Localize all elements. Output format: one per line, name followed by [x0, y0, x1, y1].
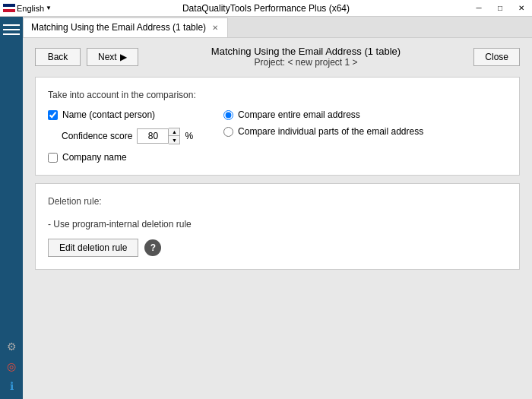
company-label: Company name	[62, 152, 127, 163]
confidence-spinner: ▲ ▼	[137, 128, 180, 144]
company-checkbox-row: Company name	[48, 152, 193, 163]
app-title: DataQualityTools Performance Plus (x64)	[182, 3, 350, 14]
hamburger-line-2	[3, 29, 20, 30]
comparison-options: Name (contact person) Confidence score ▲…	[48, 109, 507, 163]
comparison-panel: Take into account in the comparison: Nam…	[35, 77, 520, 176]
hamburger-line-3	[3, 33, 20, 35]
next-button[interactable]: Next ▶	[87, 48, 138, 66]
confidence-label: Confidence score	[62, 131, 132, 141]
name-checkbox-row: Name (contact person)	[48, 109, 193, 120]
active-tab[interactable]: Matching Using the Email Address (1 tabl…	[23, 17, 228, 37]
name-checkbox[interactable]	[48, 110, 58, 120]
radio-entire-label: Compare entire email address	[238, 109, 360, 120]
main-content: Matching Using the Email Address (1 tabl…	[23, 17, 532, 399]
spacer	[35, 277, 520, 391]
title-block: Matching Using the Email Address (1 tabl…	[138, 46, 474, 68]
target-icon[interactable]: ◎	[5, 359, 18, 373]
deletion-rule-text: - Use program-internal deletion rule	[48, 219, 507, 230]
titlebar-controls: ─ □ ✕	[468, 0, 532, 17]
page-title: Matching Using the Email Address (1 tabl…	[138, 46, 474, 57]
hamburger-menu[interactable]	[3, 23, 20, 36]
close-button[interactable]: Close	[473, 48, 520, 66]
hamburger-line-1	[3, 24, 20, 26]
help-icon[interactable]: ?	[144, 239, 161, 256]
top-bar: Back Next ▶ Matching Using the Email Add…	[35, 46, 520, 68]
next-arrow-icon: ▶	[120, 52, 127, 62]
titlebar: English ▼ DataQualityTools Performance P…	[0, 0, 532, 17]
deletion-panel-title: Deletion rule:	[48, 196, 507, 207]
left-options: Name (contact person) Confidence score ▲…	[48, 109, 193, 163]
dropdown-arrow-icon: ▼	[46, 5, 52, 11]
spinner-down-button[interactable]: ▼	[169, 136, 179, 144]
tabbar: Matching Using the Email Address (1 tabl…	[23, 17, 532, 38]
radio-parts-row: Compare individual parts of the email ad…	[223, 126, 423, 137]
confidence-input[interactable]	[137, 128, 169, 144]
language-label: English	[17, 4, 44, 13]
right-options: Compare entire email address Compare ind…	[223, 109, 423, 163]
project-subtitle: Project: < new project 1 >	[138, 57, 474, 68]
nav-buttons: Back Next ▶	[35, 48, 138, 66]
language-selector[interactable]: English ▼	[17, 4, 52, 13]
next-label: Next	[98, 52, 117, 62]
spinner-buttons: ▲ ▼	[169, 128, 180, 144]
tab-close-button[interactable]: ✕	[211, 23, 220, 33]
radio-parts[interactable]	[223, 127, 233, 137]
radio-entire[interactable]	[223, 110, 233, 120]
app-layout: ⚙ ◎ ℹ Matching Using the Email Address (…	[0, 17, 532, 399]
radio-entire-row: Compare entire email address	[223, 109, 423, 120]
comparison-panel-title: Take into account in the comparison:	[48, 90, 507, 100]
minimize-button[interactable]: ─	[468, 0, 489, 17]
deletion-actions: Edit deletion rule ?	[48, 239, 507, 257]
deletion-panel: Deletion rule: - Use program-internal de…	[35, 183, 520, 270]
window-close-button[interactable]: ✕	[511, 0, 532, 17]
maximize-button[interactable]: □	[489, 0, 511, 17]
confidence-unit: %	[185, 131, 193, 141]
settings-icon[interactable]: ⚙	[5, 340, 18, 353]
sidebar: ⚙ ◎ ℹ	[0, 17, 23, 399]
radio-parts-label: Compare individual parts of the email ad…	[238, 126, 423, 137]
confidence-row: Confidence score ▲ ▼ %	[48, 128, 193, 144]
company-checkbox[interactable]	[48, 153, 58, 163]
name-label: Name (contact person)	[62, 109, 155, 120]
flag-icon	[3, 4, 15, 12]
back-button[interactable]: Back	[35, 48, 81, 66]
content-area: Back Next ▶ Matching Using the Email Add…	[23, 38, 532, 399]
info-icon[interactable]: ℹ	[5, 379, 18, 393]
edit-deletion-rule-button[interactable]: Edit deletion rule	[48, 239, 138, 257]
spinner-up-button[interactable]: ▲	[169, 128, 179, 136]
tab-label: Matching Using the Email Address (1 tabl…	[31, 22, 206, 33]
titlebar-left: English ▼	[0, 4, 52, 13]
sidebar-bottom: ⚙ ◎ ℹ	[5, 340, 18, 399]
